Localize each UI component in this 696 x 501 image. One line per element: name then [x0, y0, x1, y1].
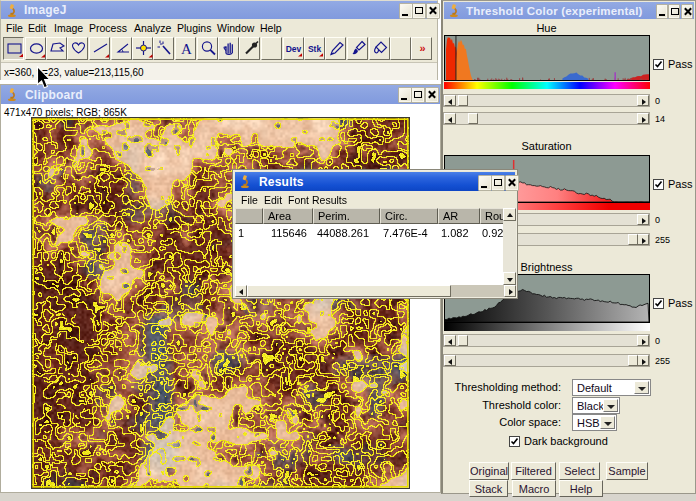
svg-text:A: A	[181, 41, 192, 57]
svg-text:»: »	[419, 42, 425, 54]
svg-text:Stk: Stk	[308, 44, 322, 54]
svg-text:Dev: Dev	[286, 44, 302, 54]
